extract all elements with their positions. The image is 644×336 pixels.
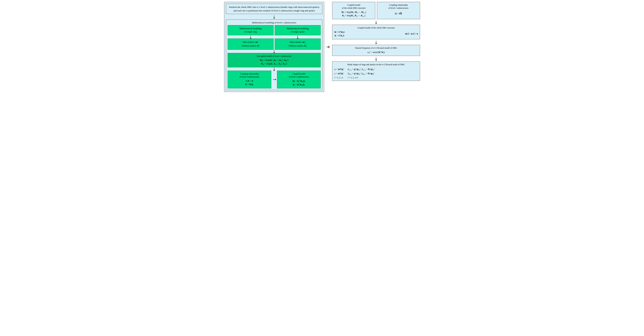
left-panel: Partition the whole DRG into n-1 level-1… [224,2,324,92]
ring-modeling-title: Mathematical modeling [230,27,272,30]
coupled-l1-eq2: Ki = DiTK0iDi [279,83,318,87]
coupled-l1-eq1: Mi = DiTM0iDi [279,80,318,83]
coupled-whole-title: Coupled model [334,4,373,6]
ring-modeling-box: Mathematical modeling of single ring [228,25,274,35]
coupled-l1-title: Coupled model [279,72,318,76]
coupled-whole-eq1: M0 = diag(M1, M2, ···, Mn-1) [334,11,373,14]
arrow-v-r-1 [376,21,376,23]
arrow-r-1 [332,20,420,24]
coupled-l1-subtitle: of level-1 substructures [279,76,318,78]
spoke-stiff-line: Stiffness matrix: kis [277,44,318,48]
main-container: Partition the whole DRG into n-1 level-1… [224,2,420,92]
coupling-l1-box: Coupling relationship of level-1 substru… [377,2,420,19]
coupled-whole-eq2: K0 = diag(K1, K2, ···, Kn-1) [334,14,373,18]
coupled-whole2-eq3: MQ̈ + KQ̂ = 0 [405,32,418,36]
arrow-v-ring-1 [250,36,251,38]
natural-freq-eq1: ω02 = min(λ(M-1K)) [334,50,418,54]
uncoupled-title: Uncoupled model of level-1 substructure [230,55,319,58]
uncoupled-eq1: M0i = diag(mir, mi+1r, miAs, miBs) [230,58,319,62]
coupled-whole-box: Coupled model of the whole DRG structure… [332,2,376,19]
arrow-v-spoke-1 [298,36,298,38]
spoke-modeling-box: Mathematical modeling of single spoke [275,25,321,35]
coupled-whole-subtitle: of the whole DRG structure [334,6,373,10]
mode-eq1-left: ui = ψ(θ)pir [334,68,344,71]
mode-eq2-right: dxB_i = χ(x)piBs, dyB_i = δ(x)piBs [348,72,375,76]
right-top-row: Coupled model of the whole DRG structure… [332,2,420,19]
uncoupled-box: Uncoupled model of level-1 substructure … [228,53,321,68]
arrow-v-1 [274,16,274,18]
coupled-l1-box: Coupled model of level-1 substructures M… [277,70,321,88]
arrow-v-r-3 [376,58,376,60]
coupled-whole2-eq2: K = STK0S [334,34,344,38]
ring-column: Mathematical modeling of single ring Mas… [228,25,274,50]
natural-freq-title: Natural frequency of n=2 flexural model … [334,46,418,50]
arrow-1 [226,15,322,18]
mode-shapes-left: ui = ψ(θ)pir vi = φ(θ)pir i = 1, 2...n [334,68,344,79]
coupling-l2-box: Coupling relationship of level-2 substru… [228,70,271,88]
coupling-l1-subtitle: of level-1 substructures [379,6,418,10]
mode-eq2-left: vi = φ(θ)pir [334,72,344,76]
spoke-mass-line: Mass matrix: mis [277,40,318,44]
coupling-l2-subtitle: of level-2 substructures [230,76,269,78]
bottom-row: Coupling relationship of level-2 substru… [228,70,321,88]
arrow-h-1 [272,70,276,88]
inner-panel-title: Mathematical modeling of level-1 substru… [228,21,321,24]
coupling-l1-title: Coupling relationship [379,4,418,6]
partition-text: Partition the whole DRG into n-1 level-1… [229,6,319,12]
mode-eq3-right: i = 1, 2...n-1 [348,76,375,79]
arrow-r-3 [332,57,420,60]
uncoupled-eq2: K0i = diag(kir, ki+1r, kiAs, kiBs) [230,62,319,66]
right-panel: Coupled model of the whole DRG structure… [332,2,420,92]
spoke-matrix-box: Mass matrix: mis Stiffness matrix: kis [275,38,321,50]
spoke-column: Mathematical modeling of single spoke Ma… [275,25,321,50]
ring-spoke-row: Mathematical modeling of single ring Mas… [228,25,321,50]
coupled-whole2-eq1: M = STM0S [334,30,344,34]
arrow-2 [228,50,321,53]
ring-stiff-line: Stiffness matrix: kir [230,44,272,48]
mode-shapes-box: Mode shapes of rings and spokes in the n… [332,61,420,81]
spoke-modeling-subtitle: of single spoke [277,30,318,33]
coupled-whole2-eqs: M = STM0S K = STK0S MQ̈ + KQ̂ = 0 [334,30,418,38]
arrow-v-r-2 [376,41,376,43]
arrow-h-line-1 [273,79,276,80]
coupling-l2-eq1: CiPi = 0 [230,80,269,83]
inner-panel: Mathematical modeling of level-1 substru… [226,20,322,90]
mode-shapes-content: ui = ψ(θ)pir vi = φ(θ)pir i = 1, 2...n d… [334,68,418,79]
coupled-whole2-left-eqs: M = STM0S K = STK0S [334,30,344,38]
big-arrow-right: ➔ [326,2,331,92]
mode-shapes-title: Mode shapes of rings and spokes in the n… [334,63,418,66]
natural-freq-box: Natural frequency of n=2 flexural model … [332,45,420,56]
coupling-l2-title: Coupling relationship [230,72,269,76]
ring-matrix-box: Mass matrix: mir Stiffness matrix: kir [228,38,274,50]
arrow-v-2 [274,50,274,52]
arrow-r-2 [332,40,420,44]
mode-shapes-right: dxA_i = χ(x)piAs, dyA_i = δ(x)piAs dxB_i… [348,68,375,79]
ring-modeling-subtitle: of single ring [230,30,272,33]
coupling-l2-eq2: Pi = DiQi [230,83,269,86]
mode-eq1-right: dxA_i = χ(x)piAs, dyA_i = δ(x)piAs [348,68,375,71]
arrow-3 [228,68,321,70]
coupled-whole2-title: Coupled model of the whole DRG structure [334,26,418,30]
partition-box: Partition the whole DRG into n-1 level-1… [226,4,322,14]
arrow-v-3 [274,68,274,70]
arrow-ring-1 [228,35,274,38]
coupled-whole2-box: Coupled model of the whole DRG structure… [332,24,420,40]
coupling-l1-eq1: Q = SQ̂ [379,12,418,15]
arrow-spoke-1 [275,35,321,38]
spoke-modeling-title: Mathematical modeling [277,27,318,30]
ring-mass-line: Mass matrix: mir [230,40,272,44]
mode-eq3-left: i = 1, 2...n [334,76,344,79]
